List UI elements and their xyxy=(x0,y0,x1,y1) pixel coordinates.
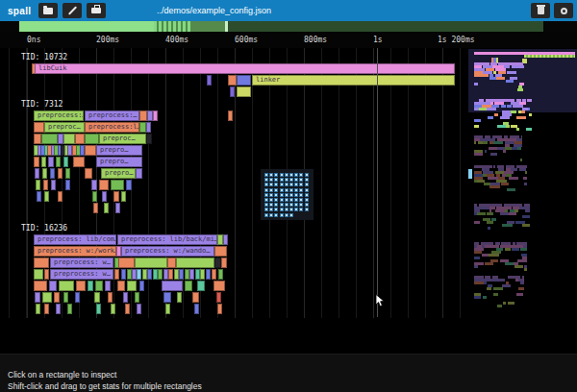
flame-bar[interactable] xyxy=(177,292,182,303)
flame-bar[interactable]: prepro… xyxy=(96,145,142,156)
flame-bar[interactable]: preprocess: w:/wando… xyxy=(121,246,214,257)
flame-bar[interactable] xyxy=(105,281,111,291)
flame-bar[interactable]: preprocess: lib/com… xyxy=(34,234,116,245)
flame-bar[interactable]: preprocess:l… xyxy=(85,122,139,133)
flame-bar[interactable] xyxy=(189,269,194,280)
flame-bar[interactable] xyxy=(75,134,85,144)
flame-bar[interactable] xyxy=(88,281,93,291)
flame-bar[interactable] xyxy=(63,157,68,167)
flame-bar[interactable] xyxy=(85,168,92,179)
flame-bar[interactable] xyxy=(63,134,75,144)
flame-bar[interactable] xyxy=(168,269,173,280)
flame-bar[interactable]: preprocess:… xyxy=(85,110,139,121)
flame-bar[interactable] xyxy=(65,168,70,179)
flame-bar[interactable] xyxy=(92,191,97,202)
flame-bar[interactable]: preproc… xyxy=(44,122,85,133)
flame-bar[interactable] xyxy=(104,203,109,213)
flame-bar[interactable] xyxy=(50,168,55,179)
flame-bar[interactable] xyxy=(85,145,96,156)
flame-bar[interactable] xyxy=(34,122,44,133)
flame-bar[interactable] xyxy=(34,281,47,291)
flame-bar[interactable] xyxy=(35,168,39,179)
flame-bar[interactable] xyxy=(214,257,221,268)
flame-bar[interactable]: prepro… xyxy=(101,168,136,179)
flame-bar[interactable] xyxy=(34,269,43,280)
flame-graph[interactable]: TID: 10732libCuiklinkerTID: 7312preproce… xyxy=(0,0,577,354)
flame-bar[interactable] xyxy=(75,292,80,303)
flame-bar[interactable] xyxy=(67,304,72,314)
flame-bar[interactable] xyxy=(228,75,237,86)
flame-bar[interactable] xyxy=(125,304,130,314)
flame-bar[interactable] xyxy=(56,157,61,167)
flame-bar[interactable] xyxy=(228,110,233,121)
flame-bar[interactable] xyxy=(51,180,56,190)
flame-bar[interactable] xyxy=(76,281,86,291)
flame-bar[interactable] xyxy=(34,134,41,144)
flame-bar[interactable] xyxy=(126,180,132,190)
flame-bar[interactable] xyxy=(34,257,49,268)
flame-bar[interactable] xyxy=(146,134,152,144)
flame-bar[interactable] xyxy=(163,292,171,303)
flame-bar[interactable] xyxy=(179,269,184,280)
flame-bar[interactable] xyxy=(63,292,68,303)
flame-bar[interactable] xyxy=(102,191,107,202)
flame-bar[interactable] xyxy=(162,281,183,291)
flame-bar[interactable] xyxy=(192,292,199,303)
flame-bar[interactable] xyxy=(85,134,99,144)
flame-bar[interactable] xyxy=(42,292,52,303)
flame-bar[interactable] xyxy=(58,168,63,179)
flame-bar[interactable] xyxy=(48,157,54,167)
flame-bar[interactable] xyxy=(95,281,103,291)
flame-bar[interactable]: preprocess: lib/back/mi… xyxy=(117,234,217,245)
flame-bar[interactable] xyxy=(41,157,46,167)
flame-bar[interactable] xyxy=(99,180,109,190)
flame-bar[interactable] xyxy=(94,292,100,303)
flame-bar[interactable] xyxy=(230,86,235,97)
flame-bar[interactable] xyxy=(44,304,49,314)
flame-bar[interactable] xyxy=(65,180,70,190)
flame-bar[interactable]: preprocess: w:/work… xyxy=(34,246,116,257)
flame-bar[interactable] xyxy=(115,203,120,213)
flame-bar[interactable] xyxy=(237,75,251,86)
flame-bar[interactable] xyxy=(54,292,60,303)
flame-bar[interactable] xyxy=(34,157,39,167)
flame-bar[interactable]: preprocess: w… xyxy=(50,257,113,268)
flame-bar[interactable] xyxy=(111,304,115,314)
flame-bar[interactable] xyxy=(218,269,223,280)
flame-bar[interactable] xyxy=(165,304,170,314)
flame-bar[interactable] xyxy=(136,168,142,179)
flame-bar[interactable] xyxy=(121,191,126,202)
flame-bar[interactable] xyxy=(207,75,212,86)
flame-bar[interactable] xyxy=(185,281,192,291)
flame-bar[interactable] xyxy=(56,304,61,314)
flame-bar[interactable] xyxy=(96,304,101,314)
flame-bar[interactable]: preprocess:… xyxy=(34,110,84,121)
flame-bar[interactable] xyxy=(44,191,49,202)
flame-bar[interactable] xyxy=(91,180,97,190)
flame-bar[interactable] xyxy=(93,203,98,213)
flame-bar[interactable] xyxy=(36,304,40,314)
flame-bar[interactable] xyxy=(147,269,152,280)
flame-bar[interactable] xyxy=(121,269,126,280)
flame-bar[interactable] xyxy=(113,191,119,202)
flame-bar[interactable] xyxy=(123,292,128,303)
flame-bar[interactable]: prepro… xyxy=(96,157,142,167)
flame-bar[interactable] xyxy=(137,304,141,314)
flame-bar[interactable] xyxy=(200,269,205,280)
flame-bar[interactable] xyxy=(153,110,158,121)
flame-bar[interactable] xyxy=(217,304,222,314)
flame-bar[interactable] xyxy=(49,281,57,291)
flame-bar[interactable] xyxy=(43,180,48,190)
flame-bar[interactable] xyxy=(213,281,225,291)
flame-bar[interactable] xyxy=(108,292,113,303)
flame-bar[interactable] xyxy=(37,191,41,202)
flame-bar[interactable]: preprocess: w… xyxy=(50,269,113,280)
flame-bar[interactable] xyxy=(206,269,211,280)
flame-bar[interactable] xyxy=(197,281,205,291)
flame-bar[interactable] xyxy=(214,246,227,257)
flame-bar[interactable] xyxy=(139,110,147,121)
flame-bar[interactable]: libCuik xyxy=(35,63,455,74)
flame-bar[interactable] xyxy=(42,168,47,179)
flame-bar[interactable]: linker xyxy=(252,75,455,86)
flame-bar[interactable] xyxy=(167,257,176,268)
